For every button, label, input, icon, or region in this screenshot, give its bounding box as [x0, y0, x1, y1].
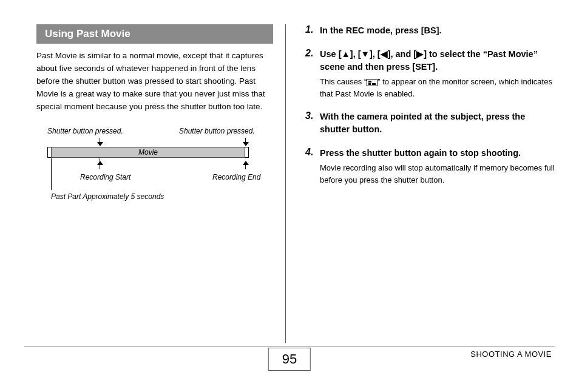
label-recording-start: Recording Start [80, 173, 130, 181]
label-past-part: Past Part Approximately 5 seconds [51, 192, 164, 201]
footer-rule [24, 346, 555, 346]
triangle-down-icon: ▼ [361, 48, 370, 61]
step-4: 4. Press the shutter button again to sto… [305, 147, 555, 186]
triangle-right-icon: ▶ [416, 48, 424, 61]
arrow-up-icon [97, 161, 103, 169]
arrow-down-icon [97, 138, 103, 146]
step-heading: With the camera pointed at the subject, … [320, 110, 555, 136]
step-number: 1. [305, 24, 313, 35]
step-number: 4. [305, 147, 313, 158]
label-shutter-pressed-right: Shutter button pressed. [179, 127, 255, 135]
step-1: 1. In the REC mode, press [BS]. [305, 24, 555, 37]
text: ], [ [350, 49, 361, 59]
steps-list: 1. In the REC mode, press [BS]. 2. Use [… [305, 24, 555, 186]
right-column: 1. In the REC mode, press [BS]. 2. Use [… [286, 24, 555, 343]
step-body: Movie recording also will stop automatic… [320, 162, 555, 186]
page-body: Using Past Movie Past Movie is similar t… [36, 24, 555, 343]
triangle-up-icon: ▲ [341, 48, 350, 61]
past-tick-line [51, 158, 52, 190]
bracket-right-icon [245, 147, 249, 158]
label-recording-end: Recording End [212, 173, 260, 181]
text: Use [ [320, 49, 341, 59]
movie-bar: Movie [51, 147, 245, 158]
page-number: 95 [268, 348, 311, 371]
step-3: 3. With the camera pointed at the subjec… [305, 110, 555, 136]
step-2: 2. Use [▲], [▼], [◀], and [▶] to select … [305, 48, 555, 100]
arrow-up-icon [243, 161, 249, 169]
text: ], and [ [388, 49, 417, 59]
step-number: 2. [305, 48, 313, 59]
step-heading: In the REC mode, press [BS]. [320, 24, 555, 37]
section-heading: Using Past Movie [36, 24, 273, 44]
past-movie-icon [367, 79, 378, 86]
timing-diagram: Shutter button pressed. Shutter button p… [36, 127, 267, 218]
triangle-left-icon: ◀ [381, 48, 388, 61]
label-shutter-pressed-left: Shutter button pressed. [47, 127, 123, 135]
text: This causes “ [320, 77, 367, 86]
step-number: 3. [305, 110, 313, 121]
arrow-down-icon [243, 138, 249, 146]
footer-section-label: SHOOTING A MOVIE [470, 350, 552, 359]
step-heading: Use [▲], [▼], [◀], and [▶] to select the… [320, 48, 555, 73]
step-heading: Press the shutter button again to stop s… [320, 147, 555, 160]
intro-paragraph: Past Movie is similar to a normal movie,… [36, 50, 273, 113]
left-column: Using Past Movie Past Movie is similar t… [36, 24, 285, 343]
step-body: This causes “” to appear on the monitor … [320, 76, 555, 100]
text: ], [ [370, 49, 381, 59]
